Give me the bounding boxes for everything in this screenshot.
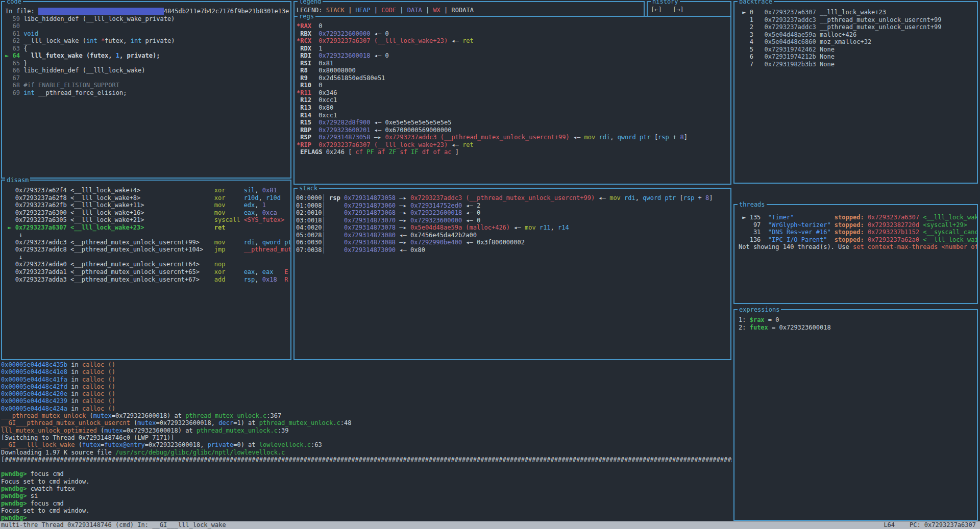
stack-list: 00:0000│ rsp 0x729314873058 —▸ 0x7293237… <box>295 189 730 359</box>
text-row: 63 { <box>5 45 290 53</box>
text-row: 06:0030│ 0x729314873088 —▸ 0x7292990be40… <box>296 239 730 246</box>
text-row: R14 0xcc1 <box>297 112 730 119</box>
text-row: *RIP 0x7293237a6307 (__lll_lock_wake+23)… <box>297 141 730 149</box>
status-right: L64 PC: 0x7293237a6307 <box>884 521 976 529</box>
text-row: R15 0x729282d8f900 ◂— 0xe5e5e5e5e5e5e5e5 <box>297 119 730 127</box>
text-row: Not showing 140 thread(s). Use set conte… <box>739 243 977 251</box>
text-row: R9 0x2d561850ed580e51 <box>297 74 730 82</box>
text-row: 0x7293237a6300 <__lll_lock_wake+16> mov … <box>4 209 290 217</box>
text-row: pwndbg> focus cmd <box>1 470 732 477</box>
text-row: [Switching to Thread 0x7293148746c0 (LWP… <box>1 434 732 441</box>
text-row: R10 0 <box>297 82 730 89</box>
text-row: 02:0010│ 0x729314873068 —▸ 0x72932360001… <box>296 209 730 217</box>
text-row: 04:0020│ 0x729314873078 —▸ 0x5e04d48ae59… <box>296 224 730 232</box>
text-row: 0x7293237a62fb <__lll_lock_wake+11> mov … <box>4 201 290 209</box>
text-row: lll_mutex_unlock_optimized (mutex=0x7293… <box>1 427 732 434</box>
text-row: 65 } <box>5 60 290 67</box>
text-row: 0x7293237addc3 <__pthread_mutex_unlock_u… <box>4 239 290 246</box>
text-row: Focus set to cmd window. <box>1 507 732 514</box>
text-row: ► 135 "Timer" stopped: 0x7293237a6307 <_… <box>739 214 977 221</box>
panel-backtrace-title: backtrace <box>738 0 774 5</box>
text-row: 05:0028│ 0x729314873080 ◂— 0x7456e45da42… <box>296 232 730 239</box>
text-row: 0x7293237addc8 <__pthread_mutex_unlock_u… <box>4 246 290 254</box>
text-row: RSP 0x729314873058 —▸ 0x7293237addc3 (__… <box>297 134 730 141</box>
text-row: pwndbg> cwatch futex <box>1 485 732 492</box>
text-row: 0x7293237adda1 <__pthread_mutex_unlock_u… <box>4 268 290 276</box>
text-row: 0x00005e04d48c435b in calloc () <box>1 361 732 368</box>
text-row: 4 0x5e04d48c6860 moz_xmalloc+32 <box>739 38 977 46</box>
panel-code: code In file: 4845db211e7b42c7176f9be21b… <box>1 1 291 179</box>
text-row: ► 64 lll_futex_wake (futex, 1, private); <box>5 52 290 60</box>
panel-history-title: history <box>651 0 680 5</box>
text-row: 0x00005e04d48c4239 in calloc () <box>1 397 732 405</box>
text-row: 2: futex = 0x729323600018 <box>739 324 977 332</box>
text-row: *RCX 0x7293237a6307 (__lll_lock_wake+23)… <box>297 37 730 45</box>
text-row: 01:0008│ 0x729314873060 —▸ 0x729314752ed… <box>296 202 730 210</box>
text-row: 0x7293237a62f4 <__lll_lock_wake+4> xor s… <box>4 187 290 194</box>
status-bar: multi-thre Thread 0x7293148746 (cmd) In:… <box>0 521 980 529</box>
text-row: 61 void <box>5 30 290 38</box>
text-row: ► 0x7293237a6307 <__lll_lock_wake+23> re… <box>4 224 290 232</box>
expressions-list: 1: $rax = 02: futex = 0x729323600018 <box>734 310 977 520</box>
command-output[interactable]: 0x00005e04d48c435b in calloc ()0x00005e0… <box>1 361 732 521</box>
registers-list: *RAX 0 RBX 0x729323600000 ◂— 0*RCX 0x729… <box>295 17 730 184</box>
text-row: pwndbg> focus cmd <box>1 500 732 507</box>
panel-regs: regs *RAX 0 RBX 0x729323600000 ◂— 0*RCX … <box>293 16 731 185</box>
history-forward-button[interactable]: [→] <box>673 6 684 13</box>
panel-legend-title: legend <box>298 0 323 5</box>
threads-list: ► 135 "Timer" stopped: 0x7293237a6307 <_… <box>734 205 977 303</box>
panel-backtrace: backtrace ► 0 0x7293237a6307 __lll_lock_… <box>733 1 978 184</box>
text-row: 0x7293237a6305 <__lll_lock_wake+21> sysc… <box>4 216 290 224</box>
panel-disasm: disasm 0x7293237a62f4 <__lll_lock_wake+4… <box>1 180 291 360</box>
panel-history: history [←] [→] <box>647 1 731 16</box>
code-source-lines: In file: 4845db211e7b42c7176f9be21b8301e… <box>2 2 290 178</box>
panel-stack-title: stack <box>298 185 319 192</box>
text-row: ___pthread_mutex_unlock (mutex=0x7293236… <box>1 412 732 419</box>
text-row: 31 "DNS Res~ver #16" stopped: 0x7293237b… <box>739 229 977 236</box>
text-row: EFLAGS 0x246 [ cf PF af ZF sf IF df of a… <box>297 148 730 156</box>
text-row: 68 #if ENABLE_ELISION_SUPPORT <box>5 82 290 89</box>
legend-line: LEGEND: STACK | HEAP | CODE | DATA | WX … <box>295 2 644 16</box>
text-row: 0x7293237adda0 <__pthread_mutex_unlock_u… <box>4 261 290 268</box>
text-row: RBP 0x729323600201 ◂— 0x6700000569000000 <box>297 127 730 134</box>
panel-stack: stack 00:0000│ rsp 0x729314873058 —▸ 0x7… <box>293 188 731 360</box>
text-row: 136 "IPC I/O Parent" stopped: 0x7293237a… <box>739 236 977 244</box>
text-row <box>1 463 732 470</box>
text-row: 0x00005e04d48c424a in calloc () <box>1 405 732 412</box>
text-row: pwndbg> si <box>1 492 732 499</box>
text-row: 00:0000│ rsp 0x729314873058 —▸ 0x7293237… <box>296 194 730 202</box>
text-row: 6 0x72931974212b None <box>739 53 977 61</box>
text-row: 07:0038│ 0x729314873090 ◂— 0x80 <box>296 246 730 254</box>
panel-expressions: expressions 1: $rax = 02: futex = 0x7293… <box>733 309 978 521</box>
text-row: 0x00005e04d48c420e in calloc () <box>1 390 732 397</box>
text-row: 0x7293237adda3 <__pthread_mutex_unlock_u… <box>4 276 290 284</box>
panel-threads-title: threads <box>738 201 767 208</box>
text-row: 0x00005e04d48c41fa in calloc () <box>1 376 732 383</box>
text-row: Downloading 1.97 K source file /usr/src/… <box>1 449 732 456</box>
panel-legend: legend LEGEND: STACK | HEAP | CODE | DAT… <box>293 1 645 16</box>
text-row: 3 0x5e04d48ae59a malloc+426 <box>739 31 977 39</box>
text-row: RSI 0x81 <box>297 60 730 67</box>
text-row: 2 0x7293237addc3 __pthread_mutex_unlock_… <box>739 23 977 31</box>
text-row: 66 libc_hidden_def (__lll_lock_wake) <box>5 67 290 74</box>
text-row: pwndbg> <box>1 514 732 521</box>
text-row: 0x00005e04d48c42fd in calloc () <box>1 383 732 390</box>
text-row: R8 0x80008000 <box>297 67 730 74</box>
text-row: ↓ <box>4 254 290 261</box>
text-row: __GI___lll_lock_wake (futex=futex@entry=… <box>1 441 732 448</box>
text-row: RDX 1 <box>297 45 730 53</box>
text-row: 1 0x7293237addc3 __pthread_mutex_unlock_… <box>739 16 977 24</box>
history-back-button[interactable]: [←] <box>651 6 662 13</box>
disassembly-list: 0x7293237a62f4 <__lll_lock_wake+4> xor s… <box>2 181 290 359</box>
text-row: Focus set to cmd window. <box>1 478 732 485</box>
text-row: 62 __lll_lock_wake (int *futex, int priv… <box>5 37 290 45</box>
text-row: __GI___pthread_mutex_unlock_usercnt (mut… <box>1 419 732 426</box>
text-row: 0x00005e04d48c41e8 in calloc () <box>1 368 732 375</box>
text-row: 7 0x72931982b3b3 None <box>739 61 977 68</box>
text-row: R12 0xcc1 <box>297 96 730 104</box>
backtrace-list: ► 0 0x7293237a6307 __lll_lock_wake+23 1 … <box>734 2 977 183</box>
text-row: RBX 0x729323600000 ◂— 0 <box>297 30 730 38</box>
pwndbg-terminal: { "colors":{ "background":"#252b33","pan… <box>0 0 980 529</box>
text-row: R13 0x80 <box>297 104 730 112</box>
text-row: 03:0018│ 0x729314873070 —▸ 0x72932360000… <box>296 217 730 224</box>
